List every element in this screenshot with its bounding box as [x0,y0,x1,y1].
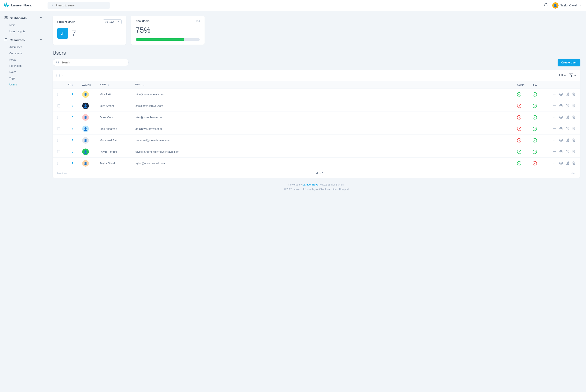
svg-point-44 [555,151,556,152]
row-checkbox[interactable] [57,104,60,108]
row-checkbox[interactable] [57,127,60,130]
more-icon[interactable] [553,150,556,154]
row-checkbox[interactable] [57,150,60,153]
brand-logo[interactable]: Laravel Nova [4,2,43,8]
sidebar-item-tags[interactable]: Tags [2,75,45,81]
filter-icon [569,73,573,78]
sidebar-item-posts[interactable]: Posts [2,56,45,63]
view-icon[interactable] [559,138,563,143]
row-actions [548,92,575,97]
pagination: Previous 1-7 of 7 Next [53,169,580,178]
user-menu[interactable]: 👤 Taylor Otwell [552,2,582,8]
sidebar-header-resources[interactable]: Resources [2,36,45,44]
edit-icon[interactable] [566,104,569,108]
row-checkbox[interactable] [57,139,60,142]
sidebar-item-users[interactable]: Users [2,81,45,88]
view-icon[interactable] [559,150,563,154]
row-id[interactable]: 7 [72,93,73,96]
sidebar-item-user-insights[interactable]: User Insights [2,28,45,34]
x-icon [517,138,521,142]
sidebar-item-addresses[interactable]: Addresses [2,44,45,50]
row-checkbox[interactable] [57,93,60,96]
filter-button[interactable] [569,73,576,78]
row-checkbox[interactable] [57,116,60,119]
delete-icon[interactable] [572,150,575,154]
edit-icon[interactable] [566,116,569,120]
resource-search-input[interactable] [61,61,125,64]
column-admin: ADMIN [514,81,529,89]
row-email: mohamed@nova.laravel.com [132,135,514,146]
footer-brand-link[interactable]: Laravel Nova [303,183,318,186]
row-id[interactable]: 4 [72,127,73,130]
sidebar-section-resources: Resources Addresses Comments Posts Purch… [2,36,45,88]
more-icon[interactable] [553,161,556,166]
row-admin [514,146,529,158]
chevron-down-icon [117,20,119,23]
row-id[interactable]: 3 [72,139,73,142]
check-icon [533,104,537,108]
view-icon[interactable] [559,127,563,131]
users-table-card: ID▲▼ AVATAR NAME▲▼ EMAIL▲▼ ADMIN 2FA 7 👤… [53,70,580,178]
row-id[interactable]: 6 [72,104,73,108]
more-icon[interactable] [553,116,556,120]
row-id[interactable]: 2 [72,150,73,153]
edit-icon[interactable] [566,161,569,166]
search-icon [56,60,59,64]
user-name: Taylor Otwell [560,4,577,7]
view-icon[interactable] [559,115,563,120]
delete-icon[interactable] [572,161,575,166]
more-icon[interactable] [553,127,556,131]
range-dropdown[interactable]: 30 Days [103,20,122,24]
svg-point-15 [554,94,555,94]
column-id[interactable]: ID▲▼ [64,81,79,89]
row-id[interactable]: 1 [72,162,73,165]
svg-line-1 [53,6,53,6]
chevron-down-icon[interactable] [61,74,64,77]
notifications-button[interactable] [543,2,549,8]
global-search-input[interactable] [56,4,107,7]
header: Laravel Nova 👤 Taylor Otwell [0,0,586,11]
create-user-button[interactable]: Create User [558,59,580,66]
footer-copyright: © 2022 Laravel LLC · by Taylor Otwell an… [53,187,580,191]
sidebar-header-dashboards[interactable]: Dashboards [2,14,45,22]
more-icon[interactable] [553,92,556,96]
column-name[interactable]: NAME▲▼ [97,81,132,89]
column-2fa: 2FA [529,81,545,89]
delete-icon[interactable] [572,116,575,120]
delete-icon[interactable] [572,138,575,142]
edit-icon[interactable] [566,127,569,131]
more-icon[interactable] [553,104,556,108]
progress-fill [136,38,184,41]
column-email[interactable]: EMAIL▲▼ [132,81,514,89]
next-page-button[interactable]: Next [570,172,576,175]
svg-point-38 [553,140,554,140]
global-search[interactable] [48,2,110,9]
edit-icon[interactable] [566,150,569,154]
sidebar-item-main[interactable]: Main [2,22,45,28]
select-all-checkbox[interactable] [57,74,60,77]
edit-icon[interactable] [566,92,569,96]
header-right: 👤 Taylor Otwell [543,2,582,8]
row-id[interactable]: 5 [72,116,73,119]
delete-icon[interactable] [572,92,575,96]
edit-icon[interactable] [566,138,569,142]
view-icon[interactable] [559,104,563,108]
row-admin [514,123,529,135]
svg-point-26 [553,117,554,117]
delete-icon[interactable] [572,104,575,108]
prev-page-button[interactable]: Previous [57,172,67,175]
delete-icon[interactable] [572,127,575,131]
row-checkbox[interactable] [57,162,60,165]
view-icon[interactable] [559,161,563,166]
view-icon[interactable] [559,92,563,97]
table-row: 2 👤 David Hemphill davidlee.hemphill@nov… [53,146,580,158]
row-admin [514,112,529,123]
sidebar-item-comments[interactable]: Comments [2,50,45,56]
sidebar-item-roles[interactable]: Roles [2,69,45,75]
video-icon [559,73,563,78]
check-icon [517,150,521,154]
sidebar-item-purchases[interactable]: Purchases [2,63,45,69]
video-action-button[interactable] [559,73,566,78]
resource-search[interactable] [53,59,129,66]
more-icon[interactable] [553,138,556,142]
